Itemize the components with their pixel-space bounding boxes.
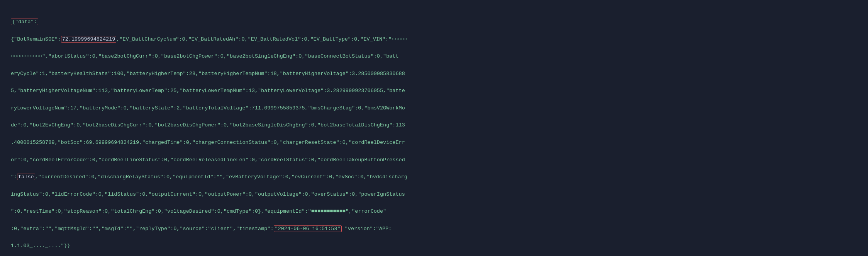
line13: :0,"extra":"","mqttMsgId":"","msgId":"",… xyxy=(11,226,208,232)
line9: or":0,"cordReelErrorCode":0,"cordReelLin… xyxy=(11,157,405,163)
data-key: {"data": xyxy=(12,19,37,25)
data-key-highlight: {"data": xyxy=(11,19,38,25)
line11: ingStatus":0,"lidErrorCode":0,"lidStatus… xyxy=(11,191,405,197)
comma-ts: ,"timestamp": xyxy=(233,226,273,232)
main-container: 关键字 数值 bool值 字符串 {"data": {"BotRemainSOE… xyxy=(0,0,868,256)
bot-remain-soe-val: 72.19999694824219 xyxy=(62,36,115,42)
json-text: {"data": {"BotRemainSOE":72.199996948242… xyxy=(11,9,857,256)
timestamp-val: "2024-06-06 16:51:58" xyxy=(275,226,341,232)
false-val-highlight: false xyxy=(17,174,35,180)
line8: .4000015258789,"botSoc":69.6999969482421… xyxy=(11,140,405,145)
line7: de":0,"bot2EvChgEng":0,"bot2baseDisChgCu… xyxy=(11,122,405,128)
source-val: "client" xyxy=(208,226,233,232)
line10-pre: ": xyxy=(11,174,17,180)
timestamp-highlight: "2024-06-06 16:51:58" xyxy=(274,225,342,232)
bot-remain-soe-val-highlight: 72.19999694824219 xyxy=(61,36,117,43)
line12: ":0,"restTime":0,"stopReason":0,"totalCh… xyxy=(11,208,386,214)
ev-fields: ,"EV_BattCharCycNum":0,"EV_BattRatedAh":… xyxy=(116,36,407,42)
line14: 1.1.03_...._...."}} xyxy=(11,243,70,249)
line6: ryLowerVoltageNum":17,"batteryMode":0,"b… xyxy=(11,105,405,111)
false-val: false xyxy=(18,174,34,180)
version-pre: "version":"APP: xyxy=(342,226,392,232)
line10-post: ,"currentDesired":0,"dischargRelayStatus… xyxy=(35,174,407,180)
json-display: {"data": {"BotRemainSOE":72.199996948242… xyxy=(5,4,863,256)
bot-remain-soe-key: "BotRemainSOE": xyxy=(14,36,61,42)
line4: eryCycle":1,"batteryHealthStats":100,"ba… xyxy=(11,71,405,77)
line2-start: { xyxy=(11,36,14,42)
line5: 5,"batteryHigherVoltageNum":113,"battery… xyxy=(11,88,405,94)
line3: ○○○○○○○○○○","abortStatus":0,"base2botChg… xyxy=(11,53,399,59)
